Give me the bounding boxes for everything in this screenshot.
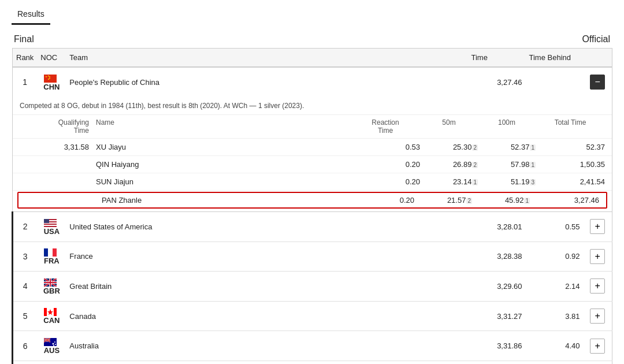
expand-cell[interactable]: + <box>584 361 612 364</box>
expand-button[interactable]: + <box>590 278 605 294</box>
team-behind-cell: 0.92 <box>526 242 584 272</box>
team-time-cell: 3,28.38 <box>468 242 526 272</box>
swimmer-detail-row: QIN Haiyang 0.20 26.892 57.981 1,50.35 <box>13 156 612 173</box>
team-row: 1 CHN People's Republic of China 3,27.46… <box>13 67 612 97</box>
expand-cell[interactable]: + <box>584 301 612 331</box>
expand-cell[interactable]: + <box>584 242 612 272</box>
noc-code: CHN <box>43 83 60 91</box>
rank-header: Rank <box>13 49 38 68</box>
50m-superscript: 2 <box>472 162 478 168</box>
100m-value: 45.921 <box>472 196 530 205</box>
expand-button[interactable]: + <box>590 219 605 234</box>
table-header-row: Rank NOC Team Time Time Behind <box>13 49 612 68</box>
swimmer-detail-row: SUN Jiajun 0.20 23.141 51.193 2,41.54 <box>13 173 612 191</box>
team-behind-cell: 2.14 <box>526 272 584 302</box>
team-name-cell: France <box>66 242 467 272</box>
svg-point-37 <box>53 343 54 344</box>
swimmer-row: PAN Zhanle 0.20 21.572 45.921 3,27.46 <box>13 191 612 210</box>
50m-header: 50m <box>420 118 478 135</box>
reaction-time-value: 0.20 <box>345 196 414 205</box>
FRA-flag <box>44 248 57 257</box>
svg-rect-0 <box>44 75 57 83</box>
reaction-time-value: 0.20 <box>351 160 420 169</box>
rank-cell: 6 <box>13 331 38 361</box>
team-time-cell: 3,31.27 <box>468 301 526 331</box>
team-name-cell: Australia <box>66 331 467 361</box>
expand-button[interactable]: − <box>590 75 605 90</box>
svg-point-2 <box>48 75 49 76</box>
total-time-value: 52.37 <box>536 143 605 151</box>
team-time-cell: 3,28.01 <box>468 212 526 242</box>
swimmer-name: PAN Zhanle <box>95 196 345 205</box>
expand-cell[interactable]: + <box>584 212 612 242</box>
expand-cell[interactable]: − <box>584 67 612 97</box>
team-row: 5 CAN Canada 3,31.27 3.81 + <box>13 301 612 331</box>
noc-cell: CHN <box>37 67 66 97</box>
team-behind-cell: 3.81 <box>526 301 584 331</box>
noc-cell: GER <box>37 361 66 364</box>
swimmer-name: SUN Jiajun <box>89 177 351 186</box>
expand-cell[interactable]: + <box>584 331 612 361</box>
official-label: Official <box>582 34 610 44</box>
expand-button[interactable]: + <box>590 309 605 324</box>
detail-note-cell: Competed at 8 OG, debut in 1984 (11th), … <box>13 97 612 115</box>
team-time-cell: 3,29.60 <box>468 272 526 302</box>
svg-point-3 <box>49 76 50 77</box>
team-row: 4 GBR Great Britain 3,29.60 2.14 + <box>13 272 612 302</box>
swimmer-cell: QIN Haiyang 0.20 26.892 57.981 1,50.35 <box>13 156 612 173</box>
team-row: 7 GER Germany 3,32.46 5.00 + <box>13 361 612 364</box>
50m-superscript: 2 <box>466 198 472 204</box>
reaction-time-header: ReactionTime <box>351 118 420 135</box>
50m-superscript: 2 <box>472 144 478 151</box>
noc-cell: USA <box>37 212 66 242</box>
team-row: 3 FRA France 3,28.38 0.92 + <box>13 242 612 272</box>
team-behind-cell: 5.00 <box>526 361 584 364</box>
reaction-time-value: 0.53 <box>351 143 420 151</box>
noc-cell: FRA <box>37 242 66 272</box>
page-header: Final Official <box>12 34 612 44</box>
expand-button[interactable]: + <box>590 249 605 264</box>
team-name-cell: Germany <box>66 361 467 364</box>
team-behind-cell: 0.55 <box>526 212 584 242</box>
team-row: 6 AUS Australia 3,31.86 <box>13 331 612 361</box>
noc-cell: AUS <box>37 331 66 361</box>
results-tab-label: Results <box>17 9 44 18</box>
results-tab[interactable]: Results <box>12 6 50 25</box>
swimmer-cell: PAN Zhanle 0.20 21.572 45.921 3,27.46 <box>13 191 612 210</box>
AUS-flag <box>44 338 57 346</box>
total-time-header: Total Time <box>536 118 605 135</box>
svg-rect-24 <box>44 308 47 316</box>
team-behind-cell <box>526 67 584 97</box>
50m-value: 21.572 <box>414 196 472 205</box>
team-time-cell: 3,32.46 <box>468 361 526 364</box>
expand-cell[interactable]: + <box>584 272 612 302</box>
time-header: Time <box>468 49 526 68</box>
swimmer-name: XU Jiayu <box>89 143 351 151</box>
qualifying-time-header: QualifyingTime <box>20 118 89 135</box>
CAN-flag <box>44 308 57 316</box>
swimmer-name: QIN Haiyang <box>89 160 351 169</box>
rank-cell: 2 <box>13 212 38 242</box>
team-name-cell: Canada <box>66 301 467 331</box>
noc-code: AUS <box>44 346 60 355</box>
svg-rect-13 <box>53 248 57 257</box>
detail-header-cell: QualifyingTime Name ReactionTime 50m 100… <box>13 115 612 139</box>
rank-cell: 1 <box>13 67 38 97</box>
swimmer-row: QIN Haiyang 0.20 26.892 57.981 1,50.35 <box>13 156 612 173</box>
100m-value: 57.981 <box>478 160 536 169</box>
expand-header <box>584 49 612 68</box>
results-table: Rank NOC Team Time Time Behind 1 CHN <box>12 48 612 364</box>
rank-cell: 4 <box>13 272 38 302</box>
swimmer-detail-row: PAN Zhanle 0.20 21.572 45.921 3,27.46 <box>17 192 607 209</box>
expand-button[interactable]: + <box>590 339 605 354</box>
50m-value: 26.892 <box>420 160 478 169</box>
svg-point-4 <box>49 77 50 79</box>
final-label: Final <box>14 34 34 44</box>
rank-cell: 7 <box>13 361 38 364</box>
swimmer-row: SUN Jiajun 0.20 23.141 51.193 2,41.54 <box>13 173 612 191</box>
swimmer-detail-row: 3,31.58 XU Jiayu 0.53 25.302 52.371 52.3… <box>13 139 612 156</box>
swimmer-row: 3,31.58 XU Jiayu 0.53 25.302 52.371 52.3… <box>13 139 612 156</box>
svg-rect-9 <box>44 225 57 226</box>
total-time-value: 1,50.35 <box>536 160 605 169</box>
team-behind-cell: 4.40 <box>526 331 584 361</box>
